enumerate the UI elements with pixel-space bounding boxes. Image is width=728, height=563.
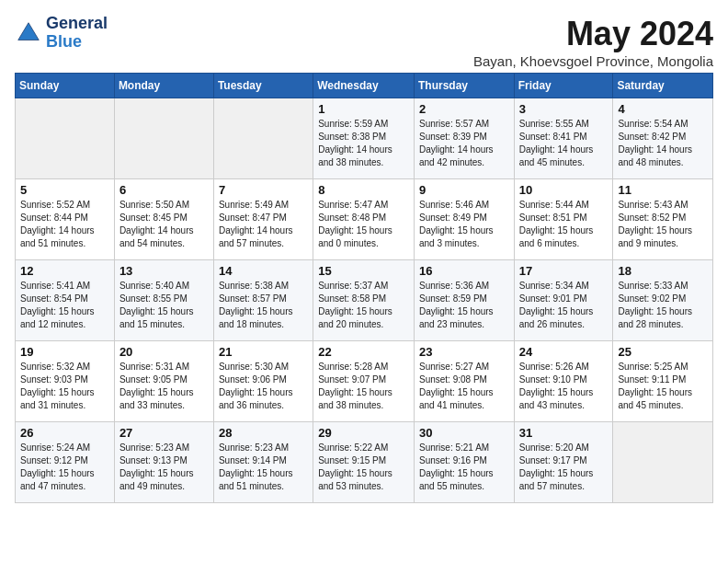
calendar-week-row: 5Sunrise: 5:52 AM Sunset: 8:44 PM Daylig…: [16, 179, 713, 260]
calendar-cell: 25Sunrise: 5:25 AM Sunset: 9:11 PM Dayli…: [613, 341, 713, 422]
calendar-week-row: 26Sunrise: 5:24 AM Sunset: 9:12 PM Dayli…: [16, 422, 713, 503]
calendar-week-row: 12Sunrise: 5:41 AM Sunset: 8:54 PM Dayli…: [16, 260, 713, 341]
day-info: Sunrise: 5:23 AM Sunset: 9:13 PM Dayligh…: [119, 442, 209, 493]
day-info: Sunrise: 5:59 AM Sunset: 8:38 PM Dayligh…: [318, 118, 409, 169]
calendar-cell: 11Sunrise: 5:43 AM Sunset: 8:52 PM Dayli…: [613, 179, 713, 260]
day-info: Sunrise: 5:46 AM Sunset: 8:49 PM Dayligh…: [419, 199, 509, 250]
calendar-cell: 4Sunrise: 5:54 AM Sunset: 8:42 PM Daylig…: [613, 98, 713, 179]
day-number: 4: [618, 102, 708, 116]
calendar-cell: [114, 98, 213, 179]
day-info: Sunrise: 5:22 AM Sunset: 9:15 PM Dayligh…: [318, 442, 409, 493]
day-number: 26: [20, 426, 109, 440]
day-info: Sunrise: 5:27 AM Sunset: 9:08 PM Dayligh…: [419, 361, 509, 412]
calendar-cell: 20Sunrise: 5:31 AM Sunset: 9:05 PM Dayli…: [114, 341, 213, 422]
day-number: 28: [219, 426, 308, 440]
calendar-cell: 9Sunrise: 5:46 AM Sunset: 8:49 PM Daylig…: [414, 179, 514, 260]
day-info: Sunrise: 5:57 AM Sunset: 8:39 PM Dayligh…: [419, 118, 509, 169]
day-info: Sunrise: 5:38 AM Sunset: 8:57 PM Dayligh…: [219, 280, 308, 331]
weekday-header: Saturday: [613, 74, 713, 98]
weekday-row: SundayMondayTuesdayWednesdayThursdayFrid…: [16, 74, 713, 98]
calendar-cell: 19Sunrise: 5:32 AM Sunset: 9:03 PM Dayli…: [16, 341, 115, 422]
calendar-cell: 28Sunrise: 5:23 AM Sunset: 9:14 PM Dayli…: [213, 422, 313, 503]
day-info: Sunrise: 5:21 AM Sunset: 9:16 PM Dayligh…: [419, 442, 509, 493]
day-info: Sunrise: 5:49 AM Sunset: 8:47 PM Dayligh…: [219, 199, 308, 250]
calendar-cell: 3Sunrise: 5:55 AM Sunset: 8:41 PM Daylig…: [514, 98, 613, 179]
logo: General Blue: [15, 15, 108, 52]
day-number: 13: [119, 264, 209, 278]
day-info: Sunrise: 5:44 AM Sunset: 8:51 PM Dayligh…: [519, 199, 609, 250]
calendar-cell: 30Sunrise: 5:21 AM Sunset: 9:16 PM Dayli…: [414, 422, 514, 503]
day-number: 12: [20, 264, 109, 278]
day-number: 23: [419, 345, 509, 359]
weekday-header: Sunday: [16, 74, 115, 98]
day-number: 22: [318, 345, 409, 359]
day-info: Sunrise: 5:30 AM Sunset: 9:06 PM Dayligh…: [219, 361, 308, 412]
calendar-cell: 13Sunrise: 5:40 AM Sunset: 8:55 PM Dayli…: [114, 260, 213, 341]
title-block: May 2024 Bayan, Khoevsgoel Province, Mon…: [473, 15, 713, 69]
day-number: 18: [618, 264, 708, 278]
day-number: 14: [219, 264, 308, 278]
day-number: 25: [618, 345, 708, 359]
day-number: 30: [419, 426, 509, 440]
day-info: Sunrise: 5:50 AM Sunset: 8:45 PM Dayligh…: [119, 199, 209, 250]
weekday-header: Tuesday: [213, 74, 313, 98]
calendar-cell: 1Sunrise: 5:59 AM Sunset: 8:38 PM Daylig…: [313, 98, 415, 179]
day-number: 6: [119, 183, 209, 197]
svg-marker-0: [18, 23, 40, 40]
day-number: 31: [519, 426, 609, 440]
calendar-cell: 26Sunrise: 5:24 AM Sunset: 9:12 PM Dayli…: [16, 422, 115, 503]
day-info: Sunrise: 5:43 AM Sunset: 8:52 PM Dayligh…: [618, 199, 708, 250]
calendar-cell: 5Sunrise: 5:52 AM Sunset: 8:44 PM Daylig…: [16, 179, 115, 260]
day-info: Sunrise: 5:24 AM Sunset: 9:12 PM Dayligh…: [20, 442, 109, 493]
weekday-header: Monday: [114, 74, 213, 98]
day-number: 16: [419, 264, 509, 278]
calendar-cell: 29Sunrise: 5:22 AM Sunset: 9:15 PM Dayli…: [313, 422, 415, 503]
weekday-header: Friday: [514, 74, 613, 98]
day-info: Sunrise: 5:52 AM Sunset: 8:44 PM Dayligh…: [20, 199, 109, 250]
day-number: 24: [519, 345, 609, 359]
day-info: Sunrise: 5:41 AM Sunset: 8:54 PM Dayligh…: [20, 280, 109, 331]
calendar-cell: [613, 422, 713, 503]
calendar-body: 1Sunrise: 5:59 AM Sunset: 8:38 PM Daylig…: [16, 98, 713, 503]
calendar-cell: 16Sunrise: 5:36 AM Sunset: 8:59 PM Dayli…: [414, 260, 514, 341]
day-number: 21: [219, 345, 308, 359]
day-info: Sunrise: 5:26 AM Sunset: 9:10 PM Dayligh…: [519, 361, 609, 412]
calendar-cell: 6Sunrise: 5:50 AM Sunset: 8:45 PM Daylig…: [114, 179, 213, 260]
calendar-cell: 10Sunrise: 5:44 AM Sunset: 8:51 PM Dayli…: [514, 179, 613, 260]
calendar-header: SundayMondayTuesdayWednesdayThursdayFrid…: [16, 74, 713, 98]
calendar-cell: 2Sunrise: 5:57 AM Sunset: 8:39 PM Daylig…: [414, 98, 514, 179]
day-info: Sunrise: 5:28 AM Sunset: 9:07 PM Dayligh…: [318, 361, 409, 412]
calendar-week-row: 19Sunrise: 5:32 AM Sunset: 9:03 PM Dayli…: [16, 341, 713, 422]
day-info: Sunrise: 5:20 AM Sunset: 9:17 PM Dayligh…: [519, 442, 609, 493]
day-number: 5: [20, 183, 109, 197]
day-info: Sunrise: 5:31 AM Sunset: 9:05 PM Dayligh…: [119, 361, 209, 412]
month-title: May 2024: [473, 15, 713, 53]
calendar-cell: 22Sunrise: 5:28 AM Sunset: 9:07 PM Dayli…: [313, 341, 415, 422]
calendar-week-row: 1Sunrise: 5:59 AM Sunset: 8:38 PM Daylig…: [16, 98, 713, 179]
location-subtitle: Bayan, Khoevsgoel Province, Mongolia: [473, 53, 713, 69]
day-number: 17: [519, 264, 609, 278]
day-info: Sunrise: 5:25 AM Sunset: 9:11 PM Dayligh…: [618, 361, 708, 412]
day-number: 19: [20, 345, 109, 359]
calendar-cell: 7Sunrise: 5:49 AM Sunset: 8:47 PM Daylig…: [213, 179, 313, 260]
day-info: Sunrise: 5:23 AM Sunset: 9:14 PM Dayligh…: [219, 442, 308, 493]
day-number: 7: [219, 183, 308, 197]
day-number: 29: [318, 426, 409, 440]
page-header: General Blue May 2024 Bayan, Khoevsgoel …: [15, 15, 713, 69]
day-info: Sunrise: 5:34 AM Sunset: 9:01 PM Dayligh…: [519, 280, 609, 331]
day-number: 2: [419, 102, 509, 116]
logo-icon: [15, 19, 42, 47]
day-number: 3: [519, 102, 609, 116]
calendar-cell: 8Sunrise: 5:47 AM Sunset: 8:48 PM Daylig…: [313, 179, 415, 260]
day-number: 9: [419, 183, 509, 197]
day-info: Sunrise: 5:47 AM Sunset: 8:48 PM Dayligh…: [318, 199, 409, 250]
calendar-cell: 15Sunrise: 5:37 AM Sunset: 8:58 PM Dayli…: [313, 260, 415, 341]
calendar-cell: 21Sunrise: 5:30 AM Sunset: 9:06 PM Dayli…: [213, 341, 313, 422]
calendar-cell: 18Sunrise: 5:33 AM Sunset: 9:02 PM Dayli…: [613, 260, 713, 341]
calendar-cell: 24Sunrise: 5:26 AM Sunset: 9:10 PM Dayli…: [514, 341, 613, 422]
calendar-cell: 31Sunrise: 5:20 AM Sunset: 9:17 PM Dayli…: [514, 422, 613, 503]
day-number: 27: [119, 426, 209, 440]
weekday-header: Thursday: [414, 74, 514, 98]
day-number: 10: [519, 183, 609, 197]
day-number: 1: [318, 102, 409, 116]
